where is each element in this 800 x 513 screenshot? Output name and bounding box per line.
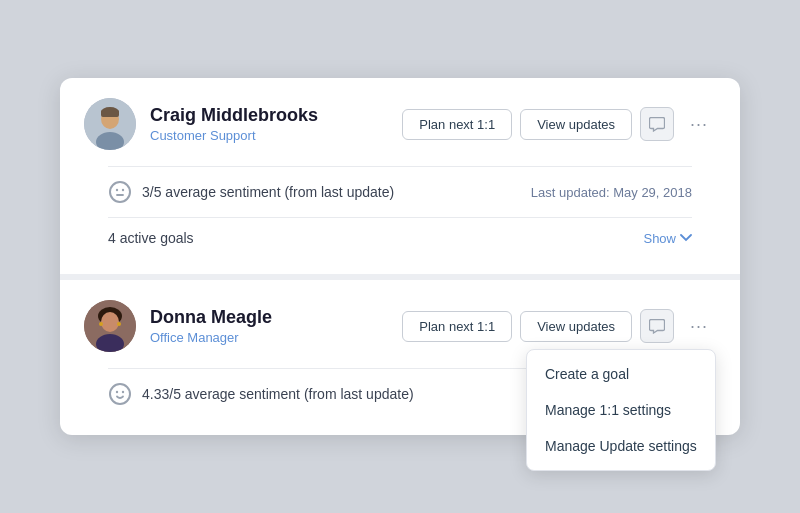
sentiment-row-craig: 3/5 average sentiment (from last update)…: [84, 167, 716, 217]
svg-point-6: [116, 189, 118, 191]
goals-row-craig: 4 active goals Show: [84, 218, 716, 258]
more-menu-btn-craig[interactable]: ···: [682, 107, 716, 141]
person-role-craig: Customer Support: [150, 128, 402, 143]
view-updates-btn-donna[interactable]: View updates: [520, 311, 632, 342]
sentiment-donna: 4.33/5 average sentiment (from last upda…: [108, 382, 414, 406]
chevron-down-icon-craig: [680, 234, 692, 242]
avatar-donna: [84, 300, 136, 352]
person-info-craig: Craig Middlebrooks Customer Support: [150, 105, 402, 143]
plan-next-btn-donna[interactable]: Plan next 1:1: [402, 311, 512, 342]
avatar-craig: [84, 98, 136, 150]
view-updates-btn-craig[interactable]: View updates: [520, 109, 632, 140]
plan-next-btn-craig[interactable]: Plan next 1:1: [402, 109, 512, 140]
person-header-craig: Craig Middlebrooks Customer Support Plan…: [84, 98, 716, 150]
person-role-donna: Office Manager: [150, 330, 402, 345]
main-card: Craig Middlebrooks Customer Support Plan…: [60, 78, 740, 435]
dropdown-item-manage-11[interactable]: Manage 1:1 settings: [527, 392, 715, 428]
neutral-face-icon-craig: [108, 180, 132, 204]
show-btn-craig[interactable]: Show: [643, 231, 692, 246]
happy-face-icon-donna: [108, 382, 132, 406]
person-section-donna: Donna Meagle Office Manager Plan next 1:…: [60, 280, 740, 435]
svg-point-17: [122, 391, 124, 393]
last-updated-craig: Last updated: May 29, 2018: [531, 185, 692, 200]
dropdown-menu-donna: Create a goal Manage 1:1 settings Manage…: [526, 349, 716, 471]
svg-point-14: [117, 322, 121, 326]
person-info-donna: Donna Meagle Office Manager: [150, 307, 402, 345]
sentiment-craig: 3/5 average sentiment (from last update): [108, 180, 394, 204]
dropdown-item-create-goal[interactable]: Create a goal: [527, 356, 715, 392]
dropdown-wrapper-donna: ··· Create a goal Manage 1:1 settings Ma…: [682, 309, 716, 343]
chat-icon-donna[interactable]: [640, 309, 674, 343]
svg-point-11: [101, 312, 119, 332]
person-section-craig: Craig Middlebrooks Customer Support Plan…: [60, 78, 740, 274]
svg-point-13: [99, 322, 103, 326]
svg-point-5: [110, 182, 130, 202]
svg-point-15: [110, 384, 130, 404]
person-name-donna: Donna Meagle: [150, 307, 402, 328]
donna-actions: Plan next 1:1 View updates ··· Create a …: [402, 309, 716, 343]
craig-actions: Plan next 1:1 View updates ···: [402, 107, 716, 141]
svg-rect-4: [101, 110, 119, 117]
svg-point-16: [116, 391, 118, 393]
chat-icon-craig[interactable]: [640, 107, 674, 141]
dropdown-item-manage-update[interactable]: Manage Update settings: [527, 428, 715, 464]
person-header-donna: Donna Meagle Office Manager Plan next 1:…: [84, 300, 716, 352]
svg-point-7: [122, 189, 124, 191]
goals-count-craig: 4 active goals: [108, 230, 194, 246]
more-menu-btn-donna[interactable]: ···: [682, 309, 716, 343]
person-name-craig: Craig Middlebrooks: [150, 105, 402, 126]
